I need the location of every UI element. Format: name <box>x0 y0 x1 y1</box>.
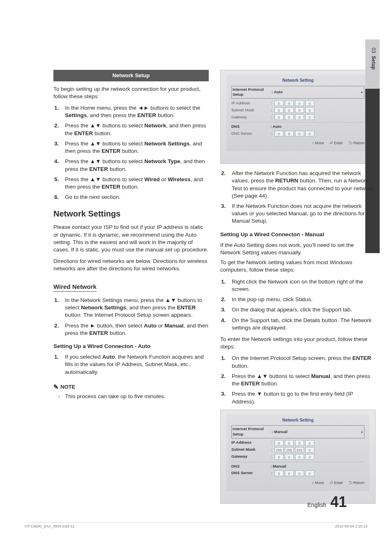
osd-move: ↕ Move <box>312 480 324 485</box>
imprint-left: HT-C6600_XAA_0504.indd 41 <box>25 524 74 529</box>
osd-enter: ⏎ Enter <box>330 141 343 145</box>
ns-step: In the Home menu, press the ◄► buttons t… <box>53 104 209 119</box>
ip-octet: 0 <box>305 114 314 120</box>
wired-manual-heading: Setting Up a Wired Connecton - Manual <box>220 231 376 238</box>
wired-step: Press the ► button, then select Auto or … <box>53 322 209 337</box>
manual-enter-step: Press the ▼ button to go to the first en… <box>220 390 376 405</box>
ip-octet: 0 <box>295 454 304 460</box>
ip-octet: 255 <box>295 447 304 453</box>
note-item: This process can take up to five minutes… <box>53 393 209 400</box>
osd-field-label: IP Address <box>231 101 270 106</box>
ip-octet: 0 <box>274 440 284 446</box>
osd-selected-row: Internet Protocol Setup : Manual ▸ <box>231 425 364 438</box>
ns-steps: In the Home menu, press the ◄► buttons t… <box>53 104 209 201</box>
manual-p2: To get the Network setting values from m… <box>220 259 376 274</box>
after-osd1-step: If the Network Function does not acquire… <box>220 203 376 225</box>
osd-field-row: IP Address:0000 <box>231 100 364 106</box>
osd-dns-row: DNS : Auto <box>231 124 364 129</box>
ip-octet: 0 <box>274 100 284 106</box>
note-icon: ✎ <box>53 384 59 390</box>
right-column: Network Setting Internet Protocol Setup … <box>220 70 376 509</box>
ip-octet: 0 <box>295 100 304 106</box>
osd-dns-server-row: DNS Server : 0 0 0 0 <box>231 470 364 476</box>
wired-steps: In the Network Settings menu, press the … <box>53 297 209 337</box>
osd-title: Network Setting <box>231 417 364 423</box>
dns-label: DNS <box>231 124 270 129</box>
dns-server-label: DNS Server <box>231 470 270 476</box>
manual-enter-intro: To enter the Network settings into your … <box>220 336 376 350</box>
chevron-right-icon: ▸ <box>361 429 363 434</box>
manual-enter-step: On the Internet Protocol Setup screen, p… <box>220 355 376 369</box>
ns-step: Go to the next section. <box>53 194 209 201</box>
dns-label: DNS <box>231 464 270 469</box>
ns-intro: To begin setting up the network connecti… <box>53 85 209 100</box>
ip-octet: 255 <box>285 447 294 453</box>
page-footer: English 41 <box>307 492 347 512</box>
wired-auto-heading: Setting Up a Wired Connecton - Auto <box>53 343 209 350</box>
content-columns: Network Setup To begin setting up the ne… <box>53 70 376 509</box>
osd-title: Network Setting <box>231 78 364 83</box>
ip-octet: 0 <box>305 100 314 106</box>
osd-selected-label: Internet Protocol Setup <box>233 426 272 437</box>
manual-get-step: Right click the Network icon on the bott… <box>220 278 376 293</box>
osd-rows: IP Address:0000Subnet Mask:2552552550Gat… <box>231 440 364 460</box>
osd-dns-server-row: DNS Server : 0 0 0 0 <box>231 131 364 136</box>
imprint-right: 2010-05-04 2:15:14 <box>335 524 367 529</box>
dns-value: : Manual <box>270 464 286 469</box>
osd-selected-value: : Manual <box>272 429 361 435</box>
left-column: Network Setup To begin setting up the ne… <box>53 70 209 509</box>
ip-octet: 0 <box>305 440 314 446</box>
ip-octet: 0 <box>274 454 284 460</box>
osd-field-row: Gateway:0000 <box>231 454 364 460</box>
ip-octet: 0 <box>305 447 314 453</box>
ip-octet: 0 <box>305 107 314 113</box>
wired-step: In the Network Settings menu, press the … <box>53 297 209 319</box>
page: 03 Setup Network Setup To begin setting … <box>0 0 392 537</box>
ip-octet: 0 <box>274 114 284 120</box>
after-osd1-steps: After the Network Function has acquired … <box>220 170 376 225</box>
chapter-label: 03 Setup <box>370 48 377 69</box>
netset-p1: Please contact your ISP to find out if y… <box>53 224 209 254</box>
osd-selected-row: Internet Protocol Setup : Auto ▸ <box>231 86 364 99</box>
chapter-name: Setup <box>371 56 376 69</box>
dns-server-label: DNS Server <box>231 131 270 136</box>
ip-octet: 0 <box>295 114 304 120</box>
osd-selected-label: Internet Protocol Setup <box>233 87 272 98</box>
network-settings-heading: Network Settings <box>53 208 209 219</box>
osd-footer: ↕ Move ⏎ Enter ⮌ Return <box>231 480 364 485</box>
note-label: NOTE <box>60 383 75 391</box>
osd-return: ⮌ Return <box>348 141 364 145</box>
osd-move: ↕ Move <box>312 141 324 145</box>
ns-step: Press the ▲▼ buttons to select Network S… <box>53 140 209 155</box>
osd-field-row: Gateway:0000 <box>231 114 364 120</box>
osd-field-row: Subnet Mask:0000 <box>231 107 364 113</box>
manual-enter-steps: On the Internet Protocol Setup screen, p… <box>220 355 376 405</box>
ip-octet: 0 <box>285 440 294 446</box>
ip-octet: 255 <box>274 447 284 453</box>
manual-get-step: In the pop-up menu, click Status. <box>220 296 376 303</box>
osd-field-label: Subnet Mask <box>231 108 270 113</box>
note-list: This process can take up to five minutes… <box>53 393 209 400</box>
ns-step: Press the ▲▼ buttons to select Network T… <box>53 158 209 173</box>
osd-auto: Network Setting Internet Protocol Setup … <box>220 70 376 164</box>
chapter-number: 03 <box>371 48 376 53</box>
osd-dns-row: DNS : Manual <box>231 464 364 469</box>
ip-octet: 0 <box>285 100 294 106</box>
auto-steps: If you selected Auto, the Network Functi… <box>53 353 209 376</box>
dns-value: : Auto <box>270 124 281 129</box>
note-heading: ✎ NOTE <box>53 383 209 391</box>
page-number: 41 <box>330 492 347 512</box>
osd-field-row: Subnet Mask:2552552550 <box>231 447 364 453</box>
osd-field-label: Gateway <box>231 454 270 459</box>
osd-selected-value: : Auto <box>272 90 361 95</box>
ns-step: Press the ▲▼ buttons to select Network, … <box>53 122 209 137</box>
osd-field-row: IP Address:0000 <box>231 440 364 446</box>
ns-step: Press the ▲▼ buttons to select Wired or … <box>53 176 209 191</box>
manual-get-step: On the dialog that appears, click the Su… <box>220 306 376 313</box>
ip-octet: 0 <box>295 440 304 446</box>
ip-octet: 0 <box>305 454 314 460</box>
ip-octet: 0 <box>274 107 284 113</box>
manual-get-steps: Right click the Network icon on the bott… <box>220 278 376 332</box>
auto-step: If you selected Auto, the Network Functi… <box>53 353 209 376</box>
osd-field-label: Gateway <box>231 115 270 120</box>
